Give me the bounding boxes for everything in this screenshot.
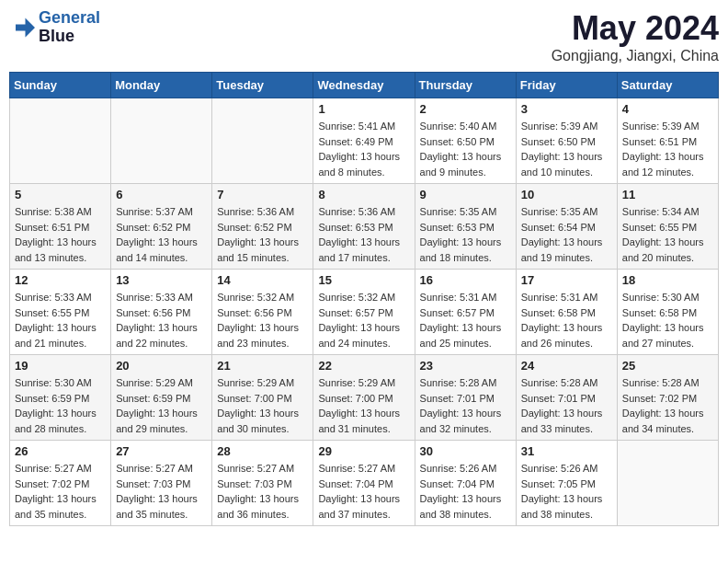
calendar-cell: 20Sunrise: 5:29 AM Sunset: 6:59 PM Dayli… <box>111 355 212 441</box>
day-number: 15 <box>318 273 409 287</box>
calendar-cell: 4Sunrise: 5:39 AM Sunset: 6:51 PM Daylig… <box>617 98 718 184</box>
day-info: Sunrise: 5:38 AM Sunset: 6:51 PM Dayligh… <box>15 204 106 265</box>
calendar-cell: 13Sunrise: 5:33 AM Sunset: 6:56 PM Dayli… <box>111 270 212 355</box>
calendar-cell: 18Sunrise: 5:30 AM Sunset: 6:58 PM Dayli… <box>617 270 718 355</box>
day-info: Sunrise: 5:27 AM Sunset: 7:02 PM Dayligh… <box>15 461 106 522</box>
day-number: 1 <box>318 102 409 116</box>
day-number: 14 <box>217 273 308 287</box>
calendar-cell: 25Sunrise: 5:28 AM Sunset: 7:02 PM Dayli… <box>617 355 718 441</box>
day-info: Sunrise: 5:34 AM Sunset: 6:55 PM Dayligh… <box>622 204 713 265</box>
calendar-week-2: 5Sunrise: 5:38 AM Sunset: 6:51 PM Daylig… <box>10 184 719 270</box>
calendar-cell: 19Sunrise: 5:30 AM Sunset: 6:59 PM Dayli… <box>10 355 111 441</box>
calendar-cell: 29Sunrise: 5:27 AM Sunset: 7:04 PM Dayli… <box>313 441 415 526</box>
day-info: Sunrise: 5:26 AM Sunset: 7:05 PM Dayligh… <box>521 461 612 522</box>
calendar-cell <box>212 98 313 184</box>
calendar-week-1: 1Sunrise: 5:41 AM Sunset: 6:49 PM Daylig… <box>10 98 719 184</box>
day-number: 16 <box>420 273 511 287</box>
day-info: Sunrise: 5:29 AM Sunset: 6:59 PM Dayligh… <box>116 375 207 436</box>
day-number: 18 <box>622 273 713 287</box>
calendar-cell: 3Sunrise: 5:39 AM Sunset: 6:50 PM Daylig… <box>516 98 617 184</box>
calendar-cell: 14Sunrise: 5:32 AM Sunset: 6:56 PM Dayli… <box>212 270 313 355</box>
calendar-cell: 7Sunrise: 5:36 AM Sunset: 6:52 PM Daylig… <box>212 184 313 270</box>
calendar-cell: 22Sunrise: 5:29 AM Sunset: 7:00 PM Dayli… <box>313 355 415 441</box>
location: Gongjiang, Jiangxi, China <box>552 48 719 64</box>
day-number: 6 <box>116 188 207 201</box>
calendar-cell: 24Sunrise: 5:28 AM Sunset: 7:01 PM Dayli… <box>516 355 617 441</box>
calendar-table: SundayMondayTuesdayWednesdayThursdayFrid… <box>9 72 719 526</box>
day-number: 26 <box>15 444 106 458</box>
day-info: Sunrise: 5:39 AM Sunset: 6:51 PM Dayligh… <box>622 119 713 179</box>
day-info: Sunrise: 5:33 AM Sunset: 6:55 PM Dayligh… <box>15 290 106 350</box>
weekday-header-monday: Monday <box>111 73 212 98</box>
day-number: 7 <box>217 188 308 201</box>
day-info: Sunrise: 5:40 AM Sunset: 6:50 PM Dayligh… <box>420 119 511 179</box>
logo-icon <box>9 15 35 40</box>
calendar-cell: 15Sunrise: 5:32 AM Sunset: 6:57 PM Dayli… <box>313 270 415 355</box>
day-info: Sunrise: 5:32 AM Sunset: 6:57 PM Dayligh… <box>318 290 409 350</box>
day-number: 25 <box>622 359 713 373</box>
logo-text: General Blue <box>39 9 100 46</box>
day-number: 9 <box>420 188 511 201</box>
calendar-cell: 16Sunrise: 5:31 AM Sunset: 6:57 PM Dayli… <box>415 270 516 355</box>
day-info: Sunrise: 5:35 AM Sunset: 6:53 PM Dayligh… <box>420 204 511 265</box>
calendar-cell: 28Sunrise: 5:27 AM Sunset: 7:03 PM Dayli… <box>212 441 313 526</box>
weekday-header-row: SundayMondayTuesdayWednesdayThursdayFrid… <box>10 73 719 98</box>
weekday-header-saturday: Saturday <box>617 73 718 98</box>
day-info: Sunrise: 5:29 AM Sunset: 7:00 PM Dayligh… <box>217 375 308 436</box>
calendar-cell: 17Sunrise: 5:31 AM Sunset: 6:58 PM Dayli… <box>516 270 617 355</box>
day-info: Sunrise: 5:35 AM Sunset: 6:54 PM Dayligh… <box>521 204 612 265</box>
day-info: Sunrise: 5:33 AM Sunset: 6:56 PM Dayligh… <box>116 290 207 350</box>
day-number: 17 <box>521 273 612 287</box>
day-info: Sunrise: 5:30 AM Sunset: 6:58 PM Dayligh… <box>622 290 713 350</box>
calendar-cell: 26Sunrise: 5:27 AM Sunset: 7:02 PM Dayli… <box>10 441 111 526</box>
day-number: 21 <box>217 359 308 373</box>
logo: General Blue <box>9 9 100 46</box>
title-block: May 2024 Gongjiang, Jiangxi, China <box>552 9 719 64</box>
calendar-cell: 9Sunrise: 5:35 AM Sunset: 6:53 PM Daylig… <box>415 184 516 270</box>
day-info: Sunrise: 5:29 AM Sunset: 7:00 PM Dayligh… <box>318 375 409 436</box>
day-number: 23 <box>420 359 511 373</box>
calendar-week-4: 19Sunrise: 5:30 AM Sunset: 6:59 PM Dayli… <box>10 355 719 441</box>
day-info: Sunrise: 5:31 AM Sunset: 6:57 PM Dayligh… <box>420 290 511 350</box>
calendar-cell: 5Sunrise: 5:38 AM Sunset: 6:51 PM Daylig… <box>10 184 111 270</box>
day-info: Sunrise: 5:28 AM Sunset: 7:01 PM Dayligh… <box>521 375 612 436</box>
day-number: 30 <box>420 444 511 458</box>
day-info: Sunrise: 5:28 AM Sunset: 7:02 PM Dayligh… <box>622 375 713 436</box>
calendar-cell: 2Sunrise: 5:40 AM Sunset: 6:50 PM Daylig… <box>415 98 516 184</box>
day-number: 20 <box>116 359 207 373</box>
calendar-body: 1Sunrise: 5:41 AM Sunset: 6:49 PM Daylig… <box>10 98 719 526</box>
day-number: 22 <box>318 359 409 373</box>
day-number: 3 <box>521 102 612 116</box>
weekday-header-sunday: Sunday <box>10 73 111 98</box>
calendar-cell: 27Sunrise: 5:27 AM Sunset: 7:03 PM Dayli… <box>111 441 212 526</box>
day-info: Sunrise: 5:26 AM Sunset: 7:04 PM Dayligh… <box>420 461 511 522</box>
day-number: 28 <box>217 444 308 458</box>
month-year: May 2024 <box>552 9 719 48</box>
day-number: 10 <box>521 188 612 201</box>
calendar-cell <box>617 441 718 526</box>
calendar-cell: 12Sunrise: 5:33 AM Sunset: 6:55 PM Dayli… <box>10 270 111 355</box>
day-info: Sunrise: 5:28 AM Sunset: 7:01 PM Dayligh… <box>420 375 511 436</box>
calendar-cell: 6Sunrise: 5:37 AM Sunset: 6:52 PM Daylig… <box>111 184 212 270</box>
calendar-cell: 1Sunrise: 5:41 AM Sunset: 6:49 PM Daylig… <box>313 98 415 184</box>
day-info: Sunrise: 5:36 AM Sunset: 6:53 PM Dayligh… <box>318 204 409 265</box>
calendar-cell <box>111 98 212 184</box>
calendar-cell: 21Sunrise: 5:29 AM Sunset: 7:00 PM Dayli… <box>212 355 313 441</box>
calendar-cell: 10Sunrise: 5:35 AM Sunset: 6:54 PM Dayli… <box>516 184 617 270</box>
page-header: General Blue May 2024 Gongjiang, Jiangxi… <box>9 9 719 64</box>
day-info: Sunrise: 5:27 AM Sunset: 7:04 PM Dayligh… <box>318 461 409 522</box>
day-info: Sunrise: 5:36 AM Sunset: 6:52 PM Dayligh… <box>217 204 308 265</box>
day-info: Sunrise: 5:27 AM Sunset: 7:03 PM Dayligh… <box>116 461 207 522</box>
day-number: 13 <box>116 273 207 287</box>
day-info: Sunrise: 5:41 AM Sunset: 6:49 PM Dayligh… <box>318 119 409 179</box>
day-info: Sunrise: 5:30 AM Sunset: 6:59 PM Dayligh… <box>15 375 106 436</box>
day-info: Sunrise: 5:37 AM Sunset: 6:52 PM Dayligh… <box>116 204 207 265</box>
day-number: 11 <box>622 188 713 201</box>
day-info: Sunrise: 5:31 AM Sunset: 6:58 PM Dayligh… <box>521 290 612 350</box>
day-info: Sunrise: 5:27 AM Sunset: 7:03 PM Dayligh… <box>217 461 308 522</box>
weekday-header-thursday: Thursday <box>415 73 516 98</box>
calendar-cell: 31Sunrise: 5:26 AM Sunset: 7:05 PM Dayli… <box>516 441 617 526</box>
day-number: 24 <box>521 359 612 373</box>
day-number: 8 <box>318 188 409 201</box>
calendar-cell: 23Sunrise: 5:28 AM Sunset: 7:01 PM Dayli… <box>415 355 516 441</box>
